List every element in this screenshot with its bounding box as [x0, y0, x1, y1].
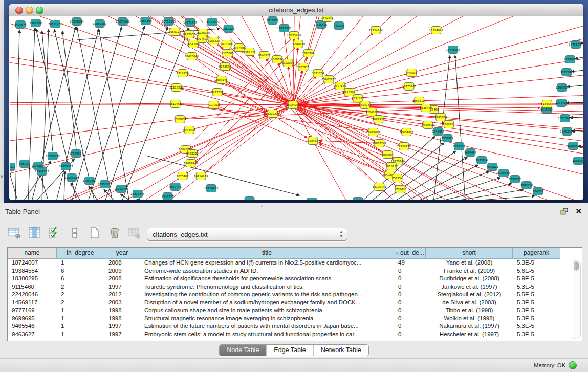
table-cell[interactable]: 2 [57, 283, 104, 291]
graph-node[interactable]: 1031704 [312, 70, 324, 77]
table-cell[interactable]: 1998 [104, 315, 140, 323]
graph-node[interactable]: 9904905 [183, 126, 195, 134]
graph-node[interactable]: 9699695 [422, 121, 434, 129]
table-cell[interactable]: 0 [394, 299, 426, 307]
graph-node[interactable]: 1095422 [509, 176, 521, 183]
column-header-out_de[interactable]: △out_de... [394, 248, 426, 259]
table-cell[interactable]: 5.3E-5 [513, 322, 560, 331]
table-cell[interactable]: 49 [394, 259, 426, 267]
graph-node[interactable]: 1558852 [174, 116, 186, 123]
graph-node[interactable]: 12942757 [35, 168, 49, 176]
graph-node[interactable]: 439313 [10, 163, 15, 171]
table-cell[interactable]: Hescheler et al. (1997) [426, 331, 513, 339]
table-row[interactable]: 911546021997Tourette syndrome. Phenomeno… [8, 283, 582, 291]
table-cell[interactable]: 19384554 [8, 267, 57, 275]
splitter-handle-icon[interactable]: ▲ [260, 204, 264, 207]
graph-node[interactable]: 15716485 [204, 185, 218, 192]
tab-network-table[interactable]: Network Table [314, 345, 368, 356]
graph-node[interactable]: 1210654 [567, 142, 580, 150]
table-cell[interactable]: 2008 [104, 259, 140, 267]
table-cell[interactable]: de Silva et al. (2003) [426, 299, 513, 307]
graph-node[interactable]: 14136141 [373, 183, 386, 191]
table-cell[interactable]: 1997 [104, 322, 140, 331]
table-cell[interactable]: 1 [57, 259, 104, 267]
import-table-icon[interactable] [127, 225, 142, 240]
graph-node[interactable]: 16033809 [205, 18, 220, 26]
graph-node[interactable]: 1604743 [359, 101, 371, 109]
graph-node[interactable]: 748508 [406, 69, 417, 77]
graph-node[interactable]: 8186328 [208, 37, 221, 45]
graph-node[interactable]: 6466160 [140, 17, 153, 25]
table-cell[interactable]: 0 [394, 307, 426, 315]
tab-node-table[interactable]: Node Table [220, 345, 267, 356]
graph-node[interactable]: 8813054 [267, 17, 279, 25]
graph-node[interactable]: 15278602 [116, 18, 129, 26]
graph-node[interactable]: 1867138 [30, 19, 42, 27]
network-window[interactable]: citations_edges.txt 24055741867138206914… [9, 4, 583, 200]
graph-node[interactable]: 1572242 [321, 16, 333, 22]
graph-node[interactable]: 1733426 [394, 186, 407, 193]
graph-node[interactable]: 9827548 [221, 40, 233, 48]
close-icon[interactable]: ✕ [575, 207, 582, 216]
table-cell[interactable]: 1 [57, 315, 104, 323]
table-cell[interactable]: Estimation of the future numbers of pati… [140, 322, 394, 331]
table-row[interactable]: 1938455462009Genome-wide association stu… [8, 267, 582, 275]
table-cell[interactable]: 9465546 [8, 322, 57, 331]
graph-node[interactable]: 8358929 [497, 169, 510, 177]
network-canvas[interactable]: 2405574186713820691406162310641085328715… [10, 16, 583, 200]
graph-node[interactable]: 16914479 [194, 172, 208, 180]
graph-node[interactable]: 9146821 [258, 52, 271, 59]
table-cell[interactable]: 1997 [104, 331, 140, 339]
table-cell[interactable]: 18724007 [8, 259, 57, 267]
table-cell[interactable]: 1998 [104, 307, 140, 315]
graph-node[interactable]: 15692371 [560, 128, 574, 136]
graph-node[interactable]: 14569117 [412, 97, 426, 105]
graph-node[interactable]: 9498222 [186, 150, 199, 158]
graph-node[interactable]: 14671355 [183, 19, 197, 27]
table-row[interactable]: 2242004622012Investigating the contribut… [8, 291, 582, 299]
table-cell[interactable]: 0 [394, 267, 426, 275]
graph-node[interactable]: 16958107 [98, 181, 112, 188]
table-selector-dropdown[interactable]: citations_edges.txt ▲▼ [147, 228, 347, 241]
graph-node[interactable]: 16210643 [558, 115, 572, 122]
table-cell[interactable]: 2 [57, 299, 104, 307]
table-cell[interactable]: 22420046 [8, 291, 57, 299]
delete-table-icon[interactable] [107, 225, 122, 240]
table-settings-icon[interactable] [7, 225, 23, 240]
graph-node[interactable]: 12213329 [169, 84, 184, 92]
network-window-titlebar[interactable]: citations_edges.txt [9, 4, 583, 16]
column-header-pagerank[interactable]: pagerank [513, 248, 560, 259]
column-header-in_degree[interactable]: in_degree [57, 248, 104, 259]
graph-node[interactable]: 9857771 [169, 183, 182, 191]
graph-node[interactable]: 12254304 [369, 27, 383, 34]
graph-node[interactable]: 9242848 [219, 63, 232, 71]
table-cell[interactable]: Investigating the contribution of common… [140, 291, 394, 299]
graph-node[interactable]: 9358924 [441, 135, 454, 142]
table-cell[interactable]: 5.3E-5 [513, 283, 560, 291]
graph-node[interactable]: 8175685 [222, 50, 234, 57]
graph-node[interactable]: 19384554 [306, 137, 320, 145]
graph-node[interactable]: 19218586 [277, 25, 292, 32]
graph-node[interactable]: 766382 [334, 22, 344, 30]
table-row[interactable]: 977716911998Corpus callosum shape and si… [8, 307, 582, 315]
table-cell[interactable]: 1 [57, 322, 104, 331]
graph-node[interactable]: 18807249 [373, 140, 387, 147]
table-cell[interactable]: 14569117 [8, 299, 57, 307]
graph-node[interactable]: 9084067 [381, 151, 394, 159]
graph-node[interactable]: 16543382 [186, 40, 200, 48]
table-cell[interactable]: 2 [57, 291, 104, 299]
table-cell[interactable]: Changes of HCN gene expression and I(f) … [140, 259, 394, 267]
graph-node[interactable]: 7857224 [223, 25, 235, 33]
memory-ok-icon[interactable] [569, 361, 577, 369]
graph-node[interactable]: 80965 [444, 121, 454, 128]
graph-node[interactable]: 10756928 [397, 143, 411, 150]
graph-node[interactable]: 9465546 [306, 198, 319, 200]
table-cell[interactable]: 1 [57, 307, 104, 315]
column-header-title[interactable]: title [140, 248, 394, 259]
table-row[interactable]: 1456911722003Disruption of a novel membe… [8, 299, 582, 307]
table-cell[interactable]: 2003 [104, 299, 140, 307]
graph-node[interactable]: 10688609 [366, 128, 381, 136]
table-cell[interactable]: 18300295 [8, 275, 57, 283]
column-header-short[interactable]: short [426, 248, 513, 259]
column-header-name[interactable]: name [8, 248, 57, 259]
